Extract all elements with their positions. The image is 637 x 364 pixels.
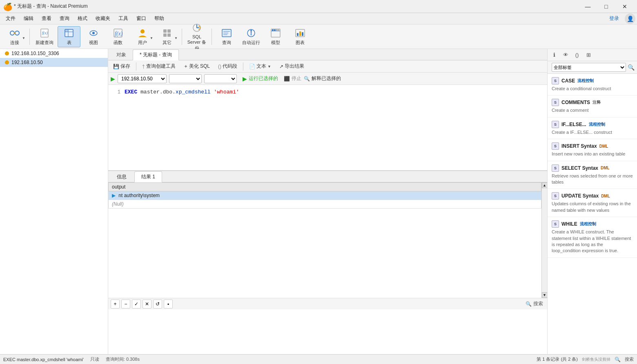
result-tab-info[interactable]: 信息 xyxy=(110,171,134,182)
status-right: 第 1 条记录 (共 2 条) 剑桥鱼头没剪掉 🔍 搜索 xyxy=(537,356,634,362)
codesnippet-button[interactable]: () 代码段 xyxy=(215,62,241,71)
snippet-ifelse[interactable]: S IF...ELSE... 流程控制 Create a IF...ELSE..… xyxy=(548,118,637,139)
toolbar-user-button[interactable]: 用户 ▼ xyxy=(131,26,154,47)
result-add-button[interactable]: + xyxy=(111,300,120,309)
rp-filter-icon[interactable]: 🔍 xyxy=(628,64,635,71)
table-label: 表 xyxy=(67,40,71,46)
save-button[interactable]: 💾 保存 xyxy=(110,62,134,71)
text-button[interactable]: 📄 文本 ▼ xyxy=(246,62,274,71)
snippet-icon: S xyxy=(552,99,559,106)
close-button[interactable]: ✕ xyxy=(615,0,634,13)
connection-select[interactable]: 192.168.10.50 xyxy=(118,74,167,83)
results-table-container[interactable]: output ▶ nt authority\system xyxy=(108,182,541,298)
beautify-button[interactable]: ✦ 美化 SQL xyxy=(180,62,213,71)
beautify-label: 美化 SQL xyxy=(189,63,210,70)
explain-button[interactable]: 🔍 解释已选择的 xyxy=(304,75,341,82)
toolbar-other-button[interactable]: 其它 ▼ xyxy=(156,26,178,47)
connect-dropdown-arrow: ▼ xyxy=(22,36,25,40)
table-row[interactable]: (Null) xyxy=(109,200,541,209)
result-refresh-button[interactable]: ↺ xyxy=(153,300,162,309)
result-remove-button[interactable]: − xyxy=(121,300,130,309)
toolbar-newquery-button[interactable]: f(x) 新建查询 xyxy=(33,26,56,47)
tag-dropdown[interactable]: 全部标签 xyxy=(552,63,626,72)
snippet-icon: S xyxy=(552,77,559,84)
toolbar-model-button[interactable]: 模型 xyxy=(264,26,287,47)
rp-grid-icon[interactable]: ⊞ xyxy=(584,51,592,59)
function-label: 函数 xyxy=(114,40,122,46)
content-area: 对象 * 无标题 - 查询 💾 保存 † 查询创建工具 ✦ 美化 SQL () xyxy=(108,49,547,354)
rp-eye-icon[interactable]: 👁 xyxy=(561,51,570,59)
menu-tools[interactable]: 工具 xyxy=(114,13,132,24)
svg-rect-30 xyxy=(272,29,274,31)
query-icon xyxy=(221,27,232,39)
menu-favorites[interactable]: 收藏夹 xyxy=(91,13,114,24)
tab-object[interactable]: 对象 xyxy=(110,50,133,60)
rp-code-icon[interactable]: () xyxy=(573,51,581,59)
schema-select[interactable] xyxy=(204,74,237,83)
toolbar-function-button[interactable]: f(x) 函数 xyxy=(107,26,129,47)
minimize-button[interactable]: — xyxy=(579,0,597,13)
beautify-icon: ✦ xyxy=(184,64,188,69)
rp-info-icon[interactable]: ℹ xyxy=(550,51,558,59)
toolbar-sep-2 xyxy=(182,29,182,45)
right-panel-header: ℹ 👁 () ⊞ xyxy=(548,49,637,61)
view-label: 视图 xyxy=(89,40,98,46)
export-button[interactable]: ↗ 导出结果 xyxy=(276,62,307,71)
sidebar-item-conn2[interactable]: 192.168.10.50 xyxy=(0,58,108,67)
snippet-case[interactable]: S CASE 流程控制 Create a conditional constru… xyxy=(548,74,637,95)
sidebar-item-conn1[interactable]: 192.168.10.150_3306 xyxy=(0,49,108,58)
result-stop-button[interactable]: ▪ xyxy=(164,300,173,309)
stop-button[interactable]: ⬛ 停止 xyxy=(284,75,301,82)
toolbar-view-button[interactable]: 视图 xyxy=(82,26,105,47)
search-label-status[interactable]: 搜索 xyxy=(625,356,634,362)
query-builder-button[interactable]: † 查询创建工具 xyxy=(139,62,179,71)
maximize-button[interactable]: □ xyxy=(597,0,615,13)
toolbar-chart-button[interactable]: 图表 xyxy=(289,26,312,47)
other-icon xyxy=(161,27,173,39)
snippet-tag: DML xyxy=(599,144,608,149)
menu-view[interactable]: 查看 xyxy=(38,13,56,24)
user-dropdown-arrow: ▼ xyxy=(150,36,153,40)
menu-query[interactable]: 查询 xyxy=(56,13,74,24)
toolbar-autorun-button[interactable]: 自动运行 xyxy=(240,26,263,47)
snippet-tag: DML xyxy=(601,194,610,198)
result-value-1: nt authority\system xyxy=(118,193,160,198)
toolbar-table-button[interactable]: 表 xyxy=(58,26,80,47)
query-label: 查询 xyxy=(222,40,231,46)
snippet-update[interactable]: S UPDATE Syntax DML Updates columns of e… xyxy=(548,189,637,217)
result-cancel-button[interactable]: ✕ xyxy=(143,300,151,309)
snippet-icon: S xyxy=(552,142,559,150)
snippet-select[interactable]: S SELECT Syntax DML Retrieve rows select… xyxy=(548,161,637,189)
null-value: (Null) xyxy=(112,201,124,207)
status-querytime: 查询时间: 0.308s xyxy=(106,356,140,362)
builder-icon: † xyxy=(142,64,145,69)
database-select[interactable] xyxy=(169,74,202,83)
menu-help[interactable]: 帮助 xyxy=(150,13,168,24)
snippet-insert[interactable]: S INSERT Syntax DML Insert new rows into… xyxy=(548,139,637,161)
svg-rect-9 xyxy=(65,29,68,32)
menu-window[interactable]: 窗口 xyxy=(132,13,150,24)
table-row[interactable]: ▶ nt authority\system xyxy=(109,191,541,200)
toolbar-query-button[interactable]: 查询 xyxy=(215,26,238,47)
conn1-icon xyxy=(5,51,9,55)
snippet-comments[interactable]: S COMMENTS 注释 Create a comment xyxy=(548,95,637,117)
save-label: 保存 xyxy=(120,63,130,70)
scrollbar-down-button[interactable]: ▼ xyxy=(542,292,548,298)
run-button[interactable]: ▶ 运行已选择的 xyxy=(239,74,281,83)
toolbar-connect-button[interactable]: 连接 ▼ xyxy=(3,26,26,47)
menu-format[interactable]: 格式 xyxy=(74,13,91,24)
menu-edit[interactable]: 编辑 xyxy=(20,13,38,24)
scrollbar-up-button[interactable]: ▲ xyxy=(542,182,548,188)
result-tab-result1[interactable]: 结果 1 xyxy=(134,171,162,182)
snippet-desc: Create a WHILE construct. The statement … xyxy=(552,229,633,254)
toolbar-sqlserver-button[interactable]: SQL Server 备份 xyxy=(185,26,208,47)
code-editor[interactable]: 1 EXEC master.dbo.xp_cmdshell 'whoami' xyxy=(108,85,547,171)
result-confirm-button[interactable]: ✓ xyxy=(132,300,141,309)
rp-tag-bar: 全部标签 🔍 xyxy=(548,61,637,74)
tab-query[interactable]: * 无标题 - 查询 xyxy=(133,49,179,60)
snippet-while[interactable]: S WHILE 流程控制 Create a WHILE construct. T… xyxy=(548,217,637,258)
svg-text:f(x): f(x) xyxy=(42,31,48,36)
login-button[interactable]: 登录 xyxy=(605,13,623,24)
svg-point-0 xyxy=(10,31,14,35)
menu-file[interactable]: 文件 xyxy=(2,13,20,24)
